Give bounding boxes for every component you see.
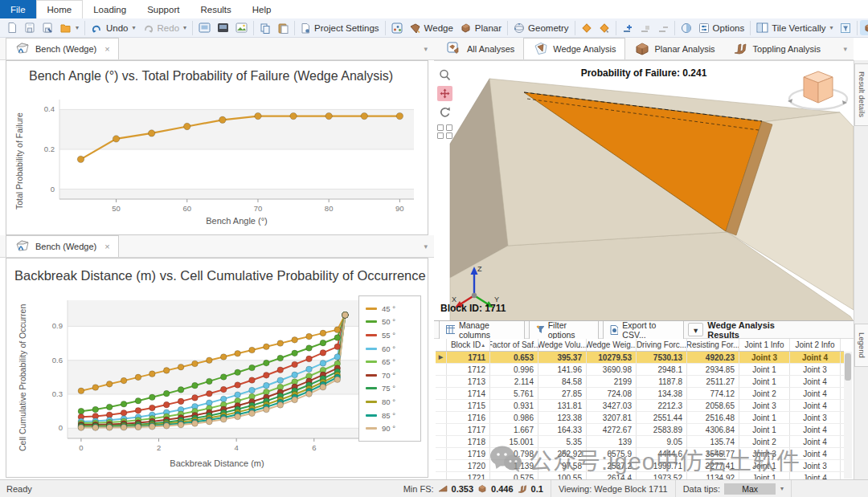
- tab-all-analyses[interactable]: All Analyses: [438, 38, 523, 59]
- remove-joint-button[interactable]: [654, 21, 672, 35]
- cell[interactable]: Joint 4: [790, 388, 841, 399]
- pan-tool-button[interactable]: [437, 86, 452, 101]
- geometry-button[interactable]: Geometry: [510, 21, 572, 35]
- cell[interactable]: 1715: [447, 400, 490, 411]
- legend-item[interactable]: 45 °: [366, 302, 414, 316]
- menu-help[interactable]: Help: [242, 0, 282, 18]
- tab-planar-analysis[interactable]: Planar Analysis: [625, 38, 723, 59]
- cell[interactable]: 1187.8: [637, 376, 687, 387]
- cell[interactable]: 10279.53: [587, 352, 637, 363]
- column-header-3[interactable]: Wedge Volu...: [538, 339, 587, 351]
- planar-button[interactable]: Planar: [457, 21, 505, 35]
- cell[interactable]: 774.12: [687, 388, 739, 399]
- cell[interactable]: 3545.77: [687, 448, 739, 459]
- data-tips-select[interactable]: Max: [724, 483, 776, 495]
- cell[interactable]: 135.74: [687, 436, 739, 447]
- cell[interactable]: 97.58: [538, 460, 587, 471]
- cell[interactable]: Joint 1: [739, 412, 790, 423]
- cell[interactable]: 5.761: [490, 388, 538, 399]
- cell[interactable]: Joint 2: [739, 436, 790, 447]
- tab-wedge-analysis[interactable]: Wedge Analysis: [523, 38, 625, 59]
- cell[interactable]: 1711: [447, 352, 490, 363]
- close-icon[interactable]: ×: [104, 242, 109, 251]
- view-corner-buttons[interactable]: [437, 124, 453, 139]
- cell[interactable]: 395.37: [538, 352, 587, 363]
- chevron-down-icon[interactable]: ▾: [780, 485, 784, 492]
- cell[interactable]: 1712: [447, 364, 490, 375]
- cell[interactable]: 9.05: [637, 436, 687, 447]
- table-row-1718[interactable]: 171815.0015.351399.05135.74Joint 2Joint …: [436, 436, 844, 448]
- cell[interactable]: Joint 4: [790, 448, 841, 459]
- table-row-1717[interactable]: 17171.667164.334272.672583.894306.84Join…: [436, 424, 844, 436]
- cell[interactable]: Joint 4: [790, 352, 841, 363]
- menu-loading[interactable]: Loading: [83, 0, 137, 18]
- tab-toppling-analysis[interactable]: Toppling Analysis: [724, 38, 829, 59]
- table-row-1711[interactable]: ▶17110.653395.3710279.537530.134920.23Jo…: [436, 352, 844, 364]
- cell[interactable]: 27.85: [538, 388, 587, 399]
- cell[interactable]: 139: [587, 436, 637, 447]
- cell[interactable]: 0.996: [490, 364, 538, 375]
- cell[interactable]: 100.55: [538, 472, 587, 479]
- save-button[interactable]: [21, 20, 39, 35]
- joint-orientation-button[interactable]: [578, 21, 596, 35]
- legend-side-tab[interactable]: Legend: [854, 324, 868, 367]
- view-block-toggle[interactable]: [860, 20, 868, 35]
- cell[interactable]: 1718: [447, 436, 490, 447]
- cell[interactable]: Joint 3: [739, 352, 790, 363]
- cell[interactable]: Joint 4: [790, 376, 841, 387]
- new-file-button[interactable]: [3, 20, 21, 35]
- legend-item[interactable]: 65 °: [366, 355, 414, 369]
- cell[interactable]: Joint 1: [739, 376, 790, 387]
- tab-list-chevron[interactable]: ▾: [424, 242, 434, 251]
- column-header-7[interactable]: Joint 1 Info: [739, 339, 790, 351]
- cell[interactable]: 15.001: [490, 436, 538, 447]
- add-joint-button[interactable]: [619, 21, 637, 35]
- menu-home[interactable]: Home: [36, 0, 84, 18]
- table-scrollbar[interactable]: [844, 352, 852, 479]
- cell[interactable]: 2537.2: [587, 460, 637, 471]
- cell[interactable]: Joint 3: [790, 364, 841, 375]
- cell[interactable]: 4306.84: [687, 424, 739, 435]
- cell[interactable]: 3427.03: [587, 400, 637, 411]
- joint-edit-button[interactable]: [596, 21, 613, 35]
- add-joint-set-button[interactable]: [637, 21, 654, 35]
- menu-support[interactable]: Support: [137, 0, 190, 18]
- cell[interactable]: 3207.81: [587, 412, 637, 423]
- undo-button[interactable]: Undo▾: [88, 21, 139, 35]
- cell[interactable]: Joint 1: [739, 460, 790, 471]
- 3d-view[interactable]: Z X Y Probability of Failure: 0.241 Bloc…: [434, 60, 854, 320]
- legend-item[interactable]: 55 °: [366, 328, 414, 342]
- cell[interactable]: 2516.48: [687, 412, 739, 423]
- legend-item[interactable]: 60 °: [366, 342, 414, 356]
- legend-item[interactable]: 50 °: [366, 316, 414, 329]
- cell[interactable]: 0.931: [490, 400, 538, 411]
- cell[interactable]: 141.96: [538, 364, 587, 375]
- redo-button[interactable]: Redo▾: [139, 21, 190, 35]
- tab-list-chevron[interactable]: ▾: [843, 45, 854, 53]
- cell[interactable]: 1.139: [490, 460, 538, 471]
- cell[interactable]: Joint 1: [739, 424, 790, 435]
- cell[interactable]: Joint 2: [739, 388, 790, 399]
- table-row-1712[interactable]: 17120.996141.963690.982948.12934.85Joint…: [436, 364, 844, 376]
- cell[interactable]: 1134.92: [687, 472, 739, 479]
- doc-tab-bench-wedge-1[interactable]: Bench (Wedge) ×: [6, 38, 119, 59]
- cell[interactable]: 7530.13: [637, 352, 687, 363]
- wedge-button[interactable]: Wedge: [406, 21, 457, 35]
- legend-item[interactable]: 75 °: [366, 382, 414, 396]
- cell[interactable]: 123.38: [538, 412, 587, 423]
- cell[interactable]: 4444.6: [637, 448, 687, 459]
- image-export-button[interactable]: [232, 21, 251, 35]
- options-button[interactable]: Options: [695, 21, 748, 35]
- cell[interactable]: 2511.27: [687, 376, 739, 387]
- cell[interactable]: 1713: [447, 376, 490, 387]
- chart2-plot[interactable]: 00.30.60.90246Backbreak Distance (m): [27, 292, 373, 471]
- column-header-8[interactable]: Joint 2 Info: [790, 339, 841, 351]
- cell[interactable]: 2583.89: [637, 424, 687, 435]
- cell[interactable]: Joint 3: [739, 448, 790, 459]
- cell[interactable]: 0.575: [490, 472, 538, 479]
- cell[interactable]: 0.798: [490, 448, 538, 459]
- cell[interactable]: Joint 4: [790, 424, 841, 435]
- table-row-1714[interactable]: 17145.76127.85724.08134.38774.12Joint 2J…: [436, 388, 844, 400]
- cell[interactable]: 2614.4: [587, 472, 637, 479]
- cell[interactable]: 2058.65: [687, 400, 739, 411]
